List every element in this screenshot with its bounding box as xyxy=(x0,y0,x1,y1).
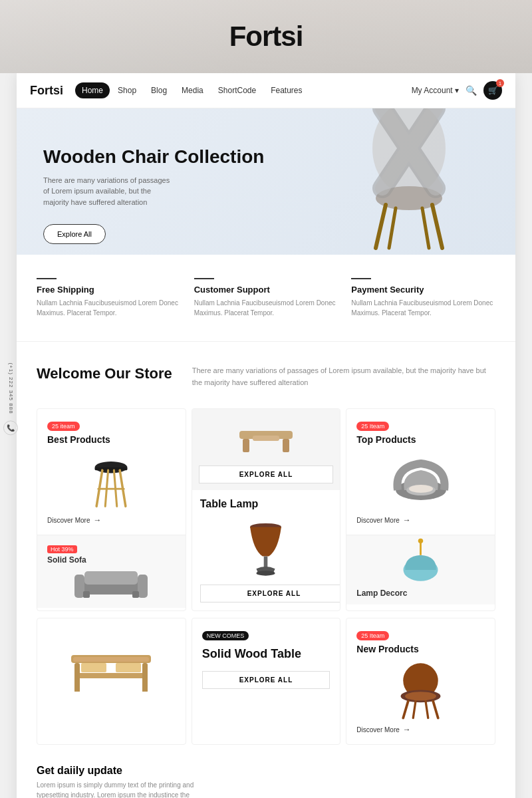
hero-site-title: Fortsi xyxy=(229,21,303,53)
best-products-discover[interactable]: Discover More → xyxy=(47,515,176,525)
solid-wood-title: Solid Wood Table xyxy=(202,647,331,661)
welcome-section: Welcome Our Store There are many variati… xyxy=(17,342,515,402)
sofa-image xyxy=(47,565,176,601)
svg-line-41 xyxy=(403,701,408,718)
feature-line-3 xyxy=(351,278,371,279)
get-update-title: Get daiily update xyxy=(37,765,495,777)
product-grid-row1: 25 iteam Best Products xyxy=(17,402,515,618)
cart-button[interactable]: 🛒 1 xyxy=(483,81,502,100)
phone-number: (+1) 222 345 888 xyxy=(8,362,14,414)
svg-rect-36 xyxy=(142,663,148,692)
svg-rect-17 xyxy=(83,591,90,598)
best-products-card: 25 iteam Best Products xyxy=(37,408,186,611)
hero-background: Fortsi xyxy=(0,0,532,73)
get-update-section: Get daiily update Lorem ipsum is simply … xyxy=(17,751,515,798)
feature-payment-desc: Nullam Lachnia Faucibuseuismod Lorem Don… xyxy=(351,298,495,318)
nav-logo[interactable]: Fortsi xyxy=(30,84,63,98)
svg-point-25 xyxy=(257,571,275,576)
best-products-badge: 25 iteam xyxy=(47,422,80,431)
top-products-title: Top Products xyxy=(356,434,485,445)
svg-rect-34 xyxy=(78,673,144,678)
new-products-badge: 25 Iteam xyxy=(356,631,389,640)
banner-title: Wooden Chair Collection xyxy=(43,146,489,168)
phone-icon[interactable]: 📞 xyxy=(3,421,18,436)
new-products-title: New Products xyxy=(356,644,485,654)
table-lamp-section: Table Lamp xyxy=(192,490,340,585)
discover-arrow-3: → xyxy=(403,725,411,734)
feature-support: Customer Support Nullam Lachnia Faucibus… xyxy=(194,278,338,318)
explore-all-button[interactable]: Explore All xyxy=(43,224,106,244)
svg-rect-37 xyxy=(81,663,106,672)
feature-support-desc: Nullam Lachnia Faucibuseuismod Lorem Don… xyxy=(194,298,338,318)
banner-content: Wooden Chair Collection There are many v… xyxy=(43,146,489,244)
bench-section: EXPLORE ALL xyxy=(192,409,340,490)
feature-support-title: Customer Support xyxy=(194,285,338,295)
svg-line-42 xyxy=(433,701,438,718)
hot-badge: Hot 39% xyxy=(47,545,77,553)
nav-home[interactable]: Home xyxy=(75,82,110,98)
nav-right: My Account ▾ 🔍 🛒 1 xyxy=(412,81,502,100)
feature-line-2 xyxy=(194,278,214,279)
nav-blog[interactable]: Blog xyxy=(144,82,174,98)
svg-point-45 xyxy=(405,692,436,700)
welcome-desc: There are many variations of passages of… xyxy=(192,365,495,388)
lamp-explore-btn[interactable]: EXPLORE ALL xyxy=(200,585,341,602)
svg-rect-22 xyxy=(253,436,279,441)
bench-explore-btn[interactable]: EXPLORE ALL xyxy=(199,466,334,483)
welcome-title: Welcome Our Store xyxy=(37,365,172,382)
feature-shipping-desc: Nullam Lachnia Faucibuseuismod Lorem Don… xyxy=(37,298,181,318)
svg-rect-14 xyxy=(74,575,84,598)
solid-wood-text-card: NEW COMES Solid Wood Table EXPLORE ALL xyxy=(192,618,341,745)
table-lamp-title: Table Lamp xyxy=(200,498,332,510)
search-icon[interactable]: 🔍 xyxy=(466,85,477,96)
features-section: Free Shipping Nullam Lachnia Faucibuseui… xyxy=(17,255,515,342)
best-products-image xyxy=(47,450,176,510)
nav-features[interactable]: Features xyxy=(264,82,309,98)
table-lamp-card: EXPLORE ALL Table Lamp xyxy=(192,408,341,611)
solid-sofa-sub: Hot 39% Solid Sofa xyxy=(37,535,186,608)
solid-wood-badge: NEW COMES xyxy=(202,631,249,640)
new-products-discover[interactable]: Discover More → xyxy=(356,725,485,734)
feature-payment-title: Payment Security xyxy=(351,285,495,295)
feature-shipping-title: Free Shipping xyxy=(37,285,181,295)
svg-rect-33 xyxy=(73,657,149,662)
feature-line-1 xyxy=(37,278,57,279)
cart-badge: 1 xyxy=(496,79,504,87)
lamp-decorc-sub: Lamp Decorc xyxy=(346,535,495,604)
svg-line-44 xyxy=(426,701,428,718)
svg-point-31 xyxy=(418,538,423,543)
top-products-card: 25 Iteam Top Products Discover More xyxy=(346,408,495,611)
navbar: Fortsi Home Shop Blog Media ShortCode Fe… xyxy=(17,73,515,108)
svg-rect-21 xyxy=(283,439,289,452)
solid-wood-left-image xyxy=(37,618,186,745)
get-update-desc: Lorem ipsum is simply dummy text of the … xyxy=(37,780,203,798)
solid-sofa-name: Solid Sofa xyxy=(47,555,176,565)
new-products-card: 25 Iteam New Products xyxy=(346,618,495,745)
best-products-title: Best Products xyxy=(47,434,176,445)
svg-rect-18 xyxy=(132,591,139,598)
new-products-image xyxy=(356,660,485,720)
svg-rect-7 xyxy=(95,467,128,470)
main-container: Fortsi Home Shop Blog Media ShortCode Fe… xyxy=(17,73,515,798)
svg-point-28 xyxy=(409,485,433,493)
hero-banner: Wooden Chair Collection There are many v… xyxy=(17,108,515,255)
solid-wood-explore-btn[interactable]: EXPLORE ALL xyxy=(202,671,331,689)
feature-shipping: Free Shipping Nullam Lachnia Faucibuseui… xyxy=(37,278,181,318)
discover-arrow-2: → xyxy=(403,515,411,525)
solid-wood-image xyxy=(44,632,179,698)
top-products-image xyxy=(356,450,485,510)
nav-media[interactable]: Media xyxy=(175,82,210,98)
top-products-badge: 25 Iteam xyxy=(356,422,389,431)
svg-rect-35 xyxy=(74,663,80,692)
lamp-decorc-image xyxy=(356,542,485,589)
svg-rect-20 xyxy=(243,439,249,452)
svg-line-43 xyxy=(413,701,416,718)
top-products-discover[interactable]: Discover More → xyxy=(356,515,485,525)
table-lamp-image xyxy=(200,517,332,577)
sidebar-phone: (+1) 222 345 888 📞 xyxy=(3,362,18,435)
nav-shortcode[interactable]: ShortCode xyxy=(211,82,263,98)
svg-rect-16 xyxy=(84,571,138,585)
nav-shop[interactable]: Shop xyxy=(111,82,143,98)
my-account-link[interactable]: My Account ▾ xyxy=(412,86,459,95)
svg-rect-15 xyxy=(138,575,148,598)
